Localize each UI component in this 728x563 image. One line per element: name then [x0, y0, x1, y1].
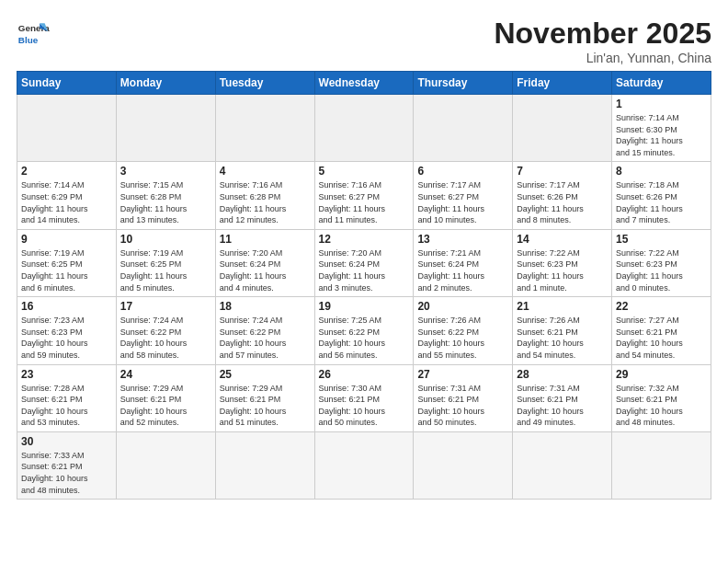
day-info: Sunrise: 7:23 AM Sunset: 6:23 PM Dayligh… [21, 315, 112, 361]
day-info: Sunrise: 7:14 AM Sunset: 6:30 PM Dayligh… [616, 112, 707, 158]
calendar-day [414, 95, 513, 162]
day-info: Sunrise: 7:27 AM Sunset: 6:21 PM Dayligh… [616, 315, 707, 361]
day-number: 28 [517, 368, 608, 381]
day-number: 22 [616, 300, 707, 313]
calendar-day: 17Sunrise: 7:24 AM Sunset: 6:22 PM Dayli… [116, 297, 215, 364]
calendar-day: 14Sunrise: 7:22 AM Sunset: 6:23 PM Dayli… [513, 229, 612, 296]
day-info: Sunrise: 7:17 AM Sunset: 6:27 PM Dayligh… [417, 179, 508, 225]
calendar-day [17, 95, 117, 162]
calendar-day [414, 431, 513, 499]
day-number: 16 [21, 300, 112, 313]
calendar-day [314, 431, 414, 499]
calendar-day: 13Sunrise: 7:21 AM Sunset: 6:24 PM Dayli… [414, 229, 513, 296]
calendar-day: 15Sunrise: 7:22 AM Sunset: 6:23 PM Dayli… [612, 229, 711, 296]
day-number: 13 [417, 233, 508, 246]
day-number: 18 [220, 300, 311, 313]
calendar-day: 20Sunrise: 7:26 AM Sunset: 6:22 PM Dayli… [414, 297, 513, 364]
day-number: 25 [220, 368, 311, 381]
calendar-day [116, 95, 215, 162]
calendar-day: 19Sunrise: 7:25 AM Sunset: 6:22 PM Dayli… [314, 297, 414, 364]
calendar-day: 4Sunrise: 7:16 AM Sunset: 6:28 PM Daylig… [215, 162, 314, 229]
day-info: Sunrise: 7:24 AM Sunset: 6:22 PM Dayligh… [120, 315, 211, 361]
day-number: 12 [319, 233, 410, 246]
calendar-day: 1Sunrise: 7:14 AM Sunset: 6:30 PM Daylig… [612, 95, 711, 162]
calendar-day [513, 95, 612, 162]
day-number: 17 [120, 300, 211, 313]
col-saturday: Saturday [612, 72, 711, 95]
day-info: Sunrise: 7:26 AM Sunset: 6:22 PM Dayligh… [417, 315, 508, 361]
calendar-day: 27Sunrise: 7:31 AM Sunset: 6:21 PM Dayli… [414, 364, 513, 431]
day-info: Sunrise: 7:33 AM Sunset: 6:21 PM Dayligh… [21, 450, 112, 496]
logo: General Blue [17, 17, 50, 50]
col-monday: Monday [116, 72, 215, 95]
day-number: 26 [319, 368, 410, 381]
day-number: 10 [120, 233, 211, 246]
calendar-day: 6Sunrise: 7:17 AM Sunset: 6:27 PM Daylig… [414, 162, 513, 229]
svg-text:Blue: Blue [18, 35, 39, 45]
day-number: 4 [220, 165, 311, 178]
day-number: 21 [517, 300, 608, 313]
col-sunday: Sunday [17, 72, 117, 95]
weekday-header-row: Sunday Monday Tuesday Wednesday Thursday… [17, 72, 711, 95]
day-info: Sunrise: 7:31 AM Sunset: 6:21 PM Dayligh… [417, 383, 508, 429]
day-info: Sunrise: 7:16 AM Sunset: 6:28 PM Dayligh… [220, 179, 311, 225]
calendar-day: 16Sunrise: 7:23 AM Sunset: 6:23 PM Dayli… [17, 297, 117, 364]
day-info: Sunrise: 7:14 AM Sunset: 6:29 PM Dayligh… [21, 179, 112, 225]
calendar-day: 3Sunrise: 7:15 AM Sunset: 6:28 PM Daylig… [116, 162, 215, 229]
day-info: Sunrise: 7:17 AM Sunset: 6:26 PM Dayligh… [517, 179, 608, 225]
day-number: 15 [616, 233, 707, 246]
calendar-row: 1Sunrise: 7:14 AM Sunset: 6:30 PM Daylig… [17, 95, 711, 162]
day-info: Sunrise: 7:31 AM Sunset: 6:21 PM Dayligh… [517, 383, 608, 429]
day-number: 30 [21, 435, 112, 448]
month-title: November 2025 [494, 17, 711, 51]
calendar-day [215, 95, 314, 162]
calendar-day: 23Sunrise: 7:28 AM Sunset: 6:21 PM Dayli… [17, 364, 117, 431]
calendar-row: 23Sunrise: 7:28 AM Sunset: 6:21 PM Dayli… [17, 364, 711, 431]
day-number: 3 [120, 165, 211, 178]
day-number: 7 [517, 165, 608, 178]
day-info: Sunrise: 7:19 AM Sunset: 6:25 PM Dayligh… [21, 247, 112, 293]
calendar-day: 21Sunrise: 7:26 AM Sunset: 6:21 PM Dayli… [513, 297, 612, 364]
calendar-day: 8Sunrise: 7:18 AM Sunset: 6:26 PM Daylig… [612, 162, 711, 229]
day-number: 19 [319, 300, 410, 313]
day-info: Sunrise: 7:26 AM Sunset: 6:21 PM Dayligh… [517, 315, 608, 361]
day-number: 27 [417, 368, 508, 381]
calendar-day: 7Sunrise: 7:17 AM Sunset: 6:26 PM Daylig… [513, 162, 612, 229]
day-number: 8 [616, 165, 707, 178]
day-info: Sunrise: 7:22 AM Sunset: 6:23 PM Dayligh… [616, 247, 707, 293]
calendar-day: 10Sunrise: 7:19 AM Sunset: 6:25 PM Dayli… [116, 229, 215, 296]
calendar-day: 9Sunrise: 7:19 AM Sunset: 6:25 PM Daylig… [17, 229, 117, 296]
calendar-day: 28Sunrise: 7:31 AM Sunset: 6:21 PM Dayli… [513, 364, 612, 431]
day-info: Sunrise: 7:28 AM Sunset: 6:21 PM Dayligh… [21, 383, 112, 429]
day-info: Sunrise: 7:21 AM Sunset: 6:24 PM Dayligh… [417, 247, 508, 293]
col-tuesday: Tuesday [215, 72, 314, 95]
day-info: Sunrise: 7:22 AM Sunset: 6:23 PM Dayligh… [517, 247, 608, 293]
calendar-day: 26Sunrise: 7:30 AM Sunset: 6:21 PM Dayli… [314, 364, 414, 431]
day-info: Sunrise: 7:15 AM Sunset: 6:28 PM Dayligh… [120, 179, 211, 225]
logo-icon: General Blue [17, 17, 50, 50]
calendar-day [215, 431, 314, 499]
day-info: Sunrise: 7:20 AM Sunset: 6:24 PM Dayligh… [220, 247, 311, 293]
day-number: 1 [616, 98, 707, 110]
day-info: Sunrise: 7:29 AM Sunset: 6:21 PM Dayligh… [120, 383, 211, 429]
day-number: 2 [21, 165, 112, 178]
calendar-day: 12Sunrise: 7:20 AM Sunset: 6:24 PM Dayli… [314, 229, 414, 296]
day-info: Sunrise: 7:30 AM Sunset: 6:21 PM Dayligh… [319, 383, 410, 429]
day-info: Sunrise: 7:32 AM Sunset: 6:21 PM Dayligh… [616, 383, 707, 429]
day-number: 9 [21, 233, 112, 246]
day-info: Sunrise: 7:29 AM Sunset: 6:21 PM Dayligh… [220, 383, 311, 429]
day-info: Sunrise: 7:20 AM Sunset: 6:24 PM Dayligh… [319, 247, 410, 293]
calendar-row: 9Sunrise: 7:19 AM Sunset: 6:25 PM Daylig… [17, 229, 711, 296]
day-info: Sunrise: 7:18 AM Sunset: 6:26 PM Dayligh… [616, 179, 707, 225]
calendar-day: 30Sunrise: 7:33 AM Sunset: 6:21 PM Dayli… [17, 431, 117, 499]
day-info: Sunrise: 7:25 AM Sunset: 6:22 PM Dayligh… [319, 315, 410, 361]
day-number: 20 [417, 300, 508, 313]
calendar-day: 2Sunrise: 7:14 AM Sunset: 6:29 PM Daylig… [17, 162, 117, 229]
calendar-table: Sunday Monday Tuesday Wednesday Thursday… [17, 71, 711, 500]
location: Lin'an, Yunnan, China [494, 51, 711, 65]
calendar-day: 18Sunrise: 7:24 AM Sunset: 6:22 PM Dayli… [215, 297, 314, 364]
day-number: 29 [616, 368, 707, 381]
calendar-row: 16Sunrise: 7:23 AM Sunset: 6:23 PM Dayli… [17, 297, 711, 364]
day-number: 5 [319, 165, 410, 178]
day-number: 23 [21, 368, 112, 381]
